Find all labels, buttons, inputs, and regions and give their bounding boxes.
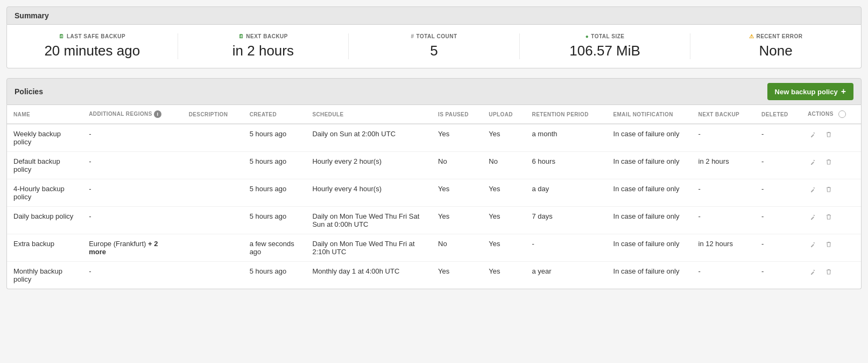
table-row: Extra backup Europe (Frankfurt) + 2 more…	[7, 234, 861, 262]
last-safe-backup-item: 🗓 Last Safe Backup 20 minutes ago	[7, 33, 178, 59]
edit-icon[interactable]	[808, 185, 820, 196]
cell-regions: Europe (Frankfurt) + 2 more	[82, 234, 182, 262]
cell-name: Weekly backup policy	[7, 124, 82, 152]
cell-schedule: Monthly day 1 at 4:00h UTC	[306, 262, 432, 289]
cell-created: 5 hours ago	[243, 124, 306, 152]
cell-next-backup: -	[692, 207, 756, 234]
cell-regions: -	[82, 152, 182, 179]
cell-email-notification: In case of failure only	[607, 234, 692, 262]
table-row: Weekly backup policy - 5 hours ago Daily…	[7, 124, 861, 152]
cell-upload: Yes	[482, 207, 525, 234]
region-value: -	[89, 212, 91, 220]
delete-icon[interactable]	[823, 267, 835, 278]
new-backup-policy-button[interactable]: New backup policy +	[767, 83, 853, 100]
cell-schedule: Hourly every 4 hour(s)	[306, 179, 432, 207]
delete-icon[interactable]	[823, 185, 835, 196]
col-header-retention: Retention Period	[526, 105, 607, 124]
cell-deleted: -	[755, 207, 801, 234]
cell-next-backup: in 12 hours	[692, 234, 756, 262]
additional-regions-info-icon[interactable]: i	[154, 110, 161, 118]
total-size-label: ● Total Size	[531, 33, 680, 39]
cell-created: 5 hours ago	[243, 179, 306, 207]
cell-retention: -	[526, 234, 607, 262]
col-header-deleted: Deleted	[755, 105, 801, 124]
total-size-item: ● Total Size 106.57 MiB	[520, 33, 691, 59]
cell-description	[182, 179, 243, 207]
cell-next-backup: -	[692, 179, 756, 207]
cell-deleted: -	[755, 234, 801, 262]
cell-regions: -	[82, 262, 182, 289]
summary-section: Summary 🗓 Last Safe Backup 20 minutes ag…	[6, 6, 862, 68]
region-base: Europe (Frankfurt)	[89, 240, 146, 248]
policies-table-container: Name Additional Regions i Description Cr…	[6, 105, 862, 289]
cell-email-notification: In case of failure only	[607, 124, 692, 152]
next-backup-value: in 2 hours	[189, 43, 338, 59]
table-header-row: Name Additional Regions i Description Cr…	[7, 105, 861, 124]
cell-deleted: -	[755, 152, 801, 179]
cell-is-paused: No	[432, 152, 482, 179]
cell-actions	[801, 152, 861, 179]
edit-icon[interactable]	[808, 212, 820, 224]
cell-actions	[801, 207, 861, 234]
cell-schedule: Daily on Mon Tue Wed Thu Fri at 2:10h UT…	[306, 234, 432, 262]
cell-description	[182, 262, 243, 289]
edit-icon[interactable]	[808, 130, 820, 141]
col-header-schedule: Schedule	[306, 105, 432, 124]
cell-retention: 7 days	[526, 207, 607, 234]
delete-icon[interactable]	[823, 157, 835, 169]
edit-icon[interactable]	[808, 267, 820, 278]
recent-error-label: ⚠ Recent Error	[701, 33, 850, 39]
calendar-icon: 🗓	[59, 33, 65, 39]
col-header-next-backup: Next Backup	[692, 105, 756, 124]
region-value: -	[89, 157, 91, 165]
edit-icon[interactable]	[808, 157, 820, 169]
policies-title: Policies	[15, 87, 43, 96]
policies-table: Name Additional Regions i Description Cr…	[7, 105, 861, 289]
cell-next-backup: -	[692, 262, 756, 289]
cell-regions: -	[82, 179, 182, 207]
summary-header: Summary	[6, 6, 862, 25]
col-header-created: Created	[243, 105, 306, 124]
cell-created: 5 hours ago	[243, 262, 306, 289]
delete-icon[interactable]	[823, 212, 835, 224]
cell-is-paused: Yes	[432, 179, 482, 207]
col-header-is-paused: Is Paused	[432, 105, 482, 124]
col-header-actions: Actions	[801, 105, 861, 124]
last-safe-backup-label: 🗓 Last Safe Backup	[18, 33, 167, 39]
cell-actions	[801, 262, 861, 289]
next-backup-label: 🗓 Next Backup	[189, 33, 338, 39]
cell-next-backup: -	[692, 124, 756, 152]
total-count-value: 5	[359, 43, 509, 59]
cell-retention: a day	[526, 179, 607, 207]
table-row: Daily backup policy - 5 hours ago Daily …	[7, 207, 861, 234]
policies-header: Policies New backup policy +	[6, 78, 862, 105]
delete-icon[interactable]	[823, 240, 835, 251]
edit-icon[interactable]	[808, 240, 820, 251]
next-backup-item: 🗓 Next Backup in 2 hours	[178, 33, 349, 59]
table-row: Monthly backup policy - 5 hours ago Mont…	[7, 262, 861, 289]
hash-icon: #	[411, 33, 414, 39]
col-header-description: Description	[182, 105, 243, 124]
cell-schedule: Hourly every 2 hour(s)	[306, 152, 432, 179]
col-header-upload: Upload	[482, 105, 525, 124]
cell-email-notification: In case of failure only	[607, 179, 692, 207]
total-count-item: # Total Count 5	[349, 33, 520, 59]
cell-actions	[801, 234, 861, 262]
cell-upload: Yes	[482, 179, 525, 207]
policies-section: Policies New backup policy + Name Additi…	[6, 78, 862, 289]
col-header-name: Name	[7, 105, 82, 124]
cell-name: Extra backup	[7, 234, 82, 262]
cell-email-notification: In case of failure only	[607, 262, 692, 289]
cell-retention: 6 hours	[526, 152, 607, 179]
col-header-regions: Additional Regions i	[82, 105, 182, 124]
cell-name: Default backup policy	[7, 152, 82, 179]
cell-description	[182, 234, 243, 262]
calendar-icon-2: 🗓	[238, 33, 244, 39]
cell-regions: -	[82, 124, 182, 152]
dot-icon: ●	[585, 33, 589, 39]
cell-upload: Yes	[482, 124, 525, 152]
cell-is-paused: Yes	[432, 207, 482, 234]
actions-settings-icon[interactable]	[838, 110, 846, 118]
cell-is-paused: Yes	[432, 124, 482, 152]
delete-icon[interactable]	[823, 130, 835, 141]
